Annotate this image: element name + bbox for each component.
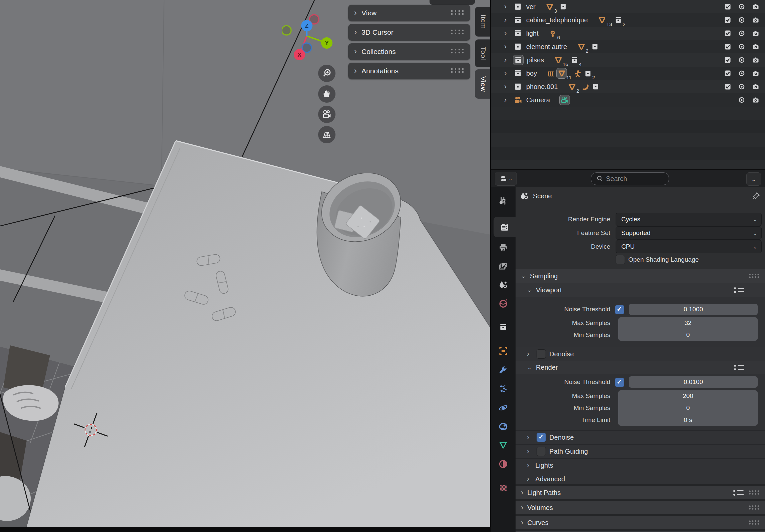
- search-input[interactable]: Search: [591, 172, 669, 185]
- exclude-checkbox-toggle[interactable]: [723, 69, 732, 78]
- drag-grip-icon[interactable]: [451, 49, 466, 55]
- drag-grip-icon[interactable]: [749, 490, 760, 495]
- render-engine-select[interactable]: Cycles ⌄: [616, 213, 762, 226]
- hide-viewport-toggle[interactable]: [737, 82, 746, 91]
- properties-tab-texture[interactable]: [491, 479, 516, 497]
- object-name[interactable]: boy: [526, 70, 537, 77]
- preset-menu-icon[interactable]: [733, 490, 744, 496]
- expand-icon[interactable]: ›: [504, 56, 513, 64]
- object-name[interactable]: pilses: [527, 56, 544, 64]
- volumes-section[interactable]: › Volumes: [516, 501, 765, 514]
- properties-tab-modifiers[interactable]: [491, 361, 516, 379]
- camera-icon[interactable]: [513, 95, 523, 105]
- collection-icon[interactable]: [513, 15, 523, 25]
- pin-icon[interactable]: [752, 192, 760, 200]
- exclude-checkbox-toggle[interactable]: [723, 42, 732, 51]
- panel-view[interactable]: › View: [348, 5, 470, 21]
- expand-icon[interactable]: ›: [504, 30, 513, 37]
- camera-view-button[interactable]: [318, 106, 335, 123]
- properties-tab-view-layer[interactable]: [491, 257, 516, 275]
- render-denoise-row[interactable]: › Denoise: [516, 430, 765, 444]
- exclude-checkbox-toggle[interactable]: [723, 29, 732, 38]
- hide-viewport-toggle[interactable]: [737, 29, 746, 38]
- drag-grip-icon[interactable]: [749, 274, 760, 278]
- collection-icon[interactable]: [513, 2, 523, 12]
- header-menu-button[interactable]: ⌄: [746, 172, 761, 186]
- exclude-checkbox-toggle[interactable]: [723, 2, 732, 11]
- denoise-checkbox[interactable]: [537, 433, 546, 442]
- outliner-row[interactable]: ›ver3: [491, 0, 765, 13]
- light-paths-section[interactable]: › Light Paths: [516, 486, 765, 499]
- drag-grip-icon[interactable]: [451, 29, 466, 35]
- min-samples-field[interactable]: 0: [618, 402, 758, 414]
- noise-threshold-field[interactable]: 0.0100: [629, 376, 758, 388]
- panel-annotations[interactable]: › Annotations: [348, 63, 470, 79]
- expand-icon[interactable]: ›: [504, 96, 513, 104]
- path-guiding-row[interactable]: › Path Guiding: [516, 444, 765, 458]
- feature-set-select[interactable]: Supported ⌄: [616, 226, 762, 240]
- hide-render-toggle[interactable]: [751, 82, 760, 91]
- editor-type-button[interactable]: ⌄: [495, 172, 517, 186]
- exclude-checkbox-toggle[interactable]: [723, 55, 732, 65]
- object-name[interactable]: phone.001: [526, 83, 558, 91]
- hide-render-toggle[interactable]: [751, 69, 760, 78]
- osl-checkbox[interactable]: [616, 255, 625, 264]
- advanced-row[interactable]: › Advanced: [516, 472, 765, 486]
- tab-tool[interactable]: Tool: [475, 39, 490, 67]
- hide-render-toggle[interactable]: [751, 2, 760, 11]
- object-name[interactable]: Camera: [526, 96, 550, 104]
- properties-tab-collection[interactable]: [491, 318, 516, 336]
- exclude-checkbox-toggle[interactable]: [723, 82, 732, 91]
- hide-render-toggle[interactable]: [751, 55, 760, 65]
- 3d-viewport[interactable]: Z Y X: [0, 0, 490, 532]
- max-samples-field[interactable]: 32: [618, 317, 758, 329]
- navigation-gizmo[interactable]: Z Y X: [282, 9, 335, 66]
- properties-tab-object[interactable]: [491, 342, 516, 360]
- hide-viewport-toggle[interactable]: [737, 15, 746, 25]
- properties-tab-constraints[interactable]: [491, 418, 516, 435]
- collection-icon[interactable]: [513, 68, 523, 78]
- noise-threshold-field[interactable]: 0.1000: [629, 304, 758, 315]
- properties-tab-world[interactable]: [491, 295, 516, 312]
- breadcrumb-label[interactable]: Scene: [533, 192, 552, 200]
- hide-viewport-toggle[interactable]: [737, 69, 746, 78]
- noise-threshold-checkbox[interactable]: [615, 378, 624, 387]
- noise-threshold-checkbox[interactable]: [615, 305, 624, 314]
- object-name[interactable]: light: [526, 30, 539, 37]
- outliner-row[interactable]: ›phone.0012: [491, 80, 765, 93]
- properties-tab-tool[interactable]: [491, 192, 516, 209]
- properties-tab-data[interactable]: [491, 436, 516, 454]
- viewport-denoise-row[interactable]: › Denoise: [516, 347, 765, 361]
- outliner-row[interactable]: ›cabine_telephonique132: [491, 13, 765, 27]
- object-name[interactable]: element autre: [526, 43, 567, 51]
- outliner-row[interactable]: ›pilses164: [491, 53, 765, 67]
- drag-grip-icon[interactable]: [749, 520, 760, 525]
- properties-tab-render[interactable]: [494, 217, 516, 237]
- lights-row[interactable]: › Lights: [516, 458, 765, 472]
- sampling-section-header[interactable]: ⌄ Sampling: [516, 269, 765, 283]
- preset-menu-icon[interactable]: [734, 365, 744, 370]
- preset-menu-icon[interactable]: [734, 287, 744, 293]
- drag-grip-icon[interactable]: [451, 68, 466, 74]
- denoise-checkbox[interactable]: [537, 349, 546, 359]
- panel-3d-cursor[interactable]: › 3D Cursor: [348, 24, 470, 41]
- properties-tab-scene[interactable]: [491, 276, 516, 293]
- max-samples-field[interactable]: 200: [618, 390, 758, 402]
- grid-view-button[interactable]: [318, 126, 335, 143]
- hide-render-toggle[interactable]: [751, 15, 760, 25]
- outliner-panel[interactable]: ›ver3›cabine_telephonique132›light6›elem…: [491, 0, 765, 169]
- device-select[interactable]: CPU ⌄: [616, 240, 762, 253]
- panel-collections[interactable]: › Collections: [348, 43, 470, 60]
- time-limit-field[interactable]: 0 s: [618, 414, 758, 426]
- hide-render-toggle[interactable]: [751, 95, 760, 105]
- min-samples-field[interactable]: 0: [618, 329, 758, 341]
- hide-viewport-toggle[interactable]: [737, 2, 746, 11]
- outliner-row[interactable]: ›boy112: [491, 67, 765, 80]
- hide-viewport-toggle[interactable]: [737, 55, 746, 65]
- hide-render-toggle[interactable]: [751, 42, 760, 51]
- hide-viewport-toggle[interactable]: [737, 95, 746, 105]
- properties-tab-particles[interactable]: [491, 380, 516, 397]
- properties-tab-output[interactable]: [491, 239, 516, 256]
- viewport-subpanel-header[interactable]: ⌄ Viewport: [516, 283, 765, 297]
- expand-icon[interactable]: ›: [504, 43, 513, 50]
